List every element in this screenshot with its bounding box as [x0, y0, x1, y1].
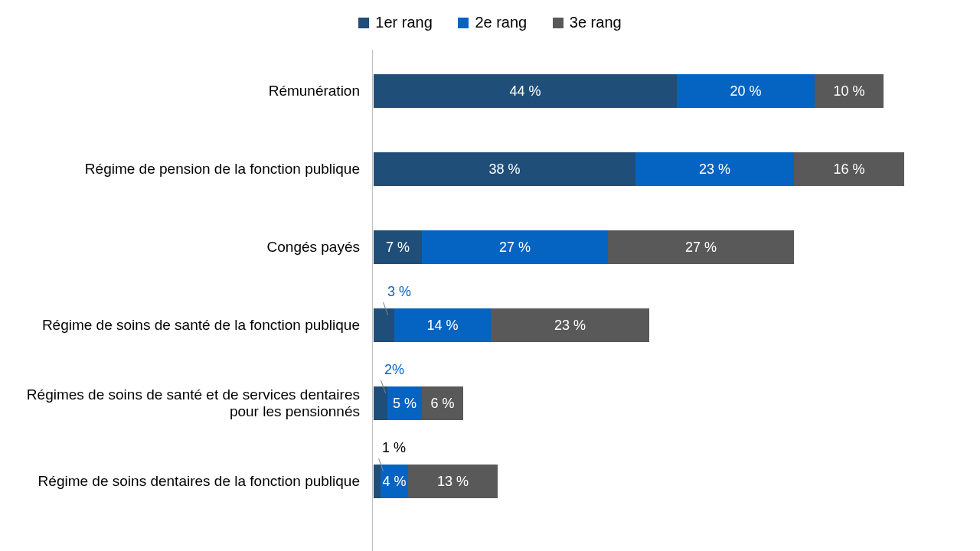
- data-label-callout: 3 %: [387, 284, 411, 300]
- bar-segment-rank2: 14 %: [394, 308, 491, 342]
- legend-label: 2e rang: [475, 14, 527, 31]
- legend-swatch-rank3: [553, 18, 564, 28]
- data-label: 14 %: [423, 318, 461, 334]
- category-label: Régime de soins de santé de la fonction …: [0, 307, 360, 344]
- legend-item-rank1: 1er rang: [358, 14, 433, 31]
- bar-row: Congés payés 7 % 27 % 27 %: [0, 230, 980, 264]
- data-label: 20 %: [727, 83, 764, 99]
- data-label: 27 %: [496, 240, 534, 256]
- bar-segment-rank1: 38 %: [374, 152, 635, 186]
- bar-group: 5 % 6 %: [374, 386, 463, 420]
- data-label: 27 %: [682, 240, 720, 256]
- data-label: 10 %: [830, 83, 867, 99]
- bar-group: 7 % 27 % 27 %: [374, 230, 794, 264]
- bar-segment-rank2: 20 %: [677, 74, 815, 108]
- bar-segment-rank3: 10 %: [815, 74, 884, 108]
- bar-segment-rank3: 13 %: [408, 465, 498, 498]
- category-label: Régimes de soins de santé et de services…: [0, 385, 360, 422]
- legend-label: 3e rang: [570, 14, 622, 31]
- bar-segment-rank2: 5 %: [387, 386, 422, 420]
- data-label: 38 %: [485, 161, 523, 178]
- bar-segment-rank2: 23 %: [635, 152, 794, 186]
- legend-swatch-rank1: [358, 18, 369, 28]
- category-label: Congés payés: [0, 230, 360, 264]
- bar-segment-rank3: 16 %: [794, 152, 904, 186]
- bar-row: Régimes de soins de santé et de services…: [0, 386, 980, 420]
- bar-segment-rank1: [374, 308, 394, 342]
- bar-row: Régime de soins de santé de la fonction …: [0, 308, 980, 342]
- bar-row: Régime de soins dentaires de la fonction…: [0, 465, 980, 498]
- bar-segment-rank1: 44 %: [374, 74, 677, 108]
- bar-segment-rank3: 23 %: [491, 308, 649, 342]
- bar-row: Rémunération 44 % 20 % 10 %: [0, 74, 980, 108]
- data-label: 16 %: [830, 161, 867, 178]
- legend-item-rank2: 2e rang: [458, 14, 527, 31]
- data-label: 4 %: [379, 474, 409, 490]
- bar-segment-rank2: 4 %: [381, 465, 408, 498]
- data-label: 13 %: [434, 474, 472, 490]
- chart-plot-area: Rémunération 44 % 20 % 10 % Régime de pe…: [0, 50, 980, 551]
- bar-segment-rank3: 27 %: [608, 230, 794, 264]
- bar-group: 44 % 20 % 10 %: [374, 74, 884, 108]
- bar-group: 4 % 13 %: [374, 465, 498, 498]
- bar-segment-rank2: 27 %: [422, 230, 608, 264]
- data-label: 5 %: [390, 396, 420, 412]
- bar-row: Régime de pension de la fonction publiqu…: [0, 152, 980, 186]
- bar-group: 14 % 23 %: [374, 308, 649, 342]
- data-label-callout: 2%: [384, 362, 404, 378]
- data-label: 6 %: [427, 396, 457, 412]
- bar-segment-rank1: 7 %: [374, 230, 422, 264]
- legend-item-rank3: 3e rang: [553, 14, 622, 31]
- data-label: 7 %: [383, 240, 413, 256]
- legend-swatch-rank2: [458, 18, 469, 28]
- bar-segment-rank3: 6 %: [422, 386, 463, 420]
- chart-legend: 1er rang 2e rang 3e rang: [0, 14, 980, 32]
- category-label: Régime de soins dentaires de la fonction…: [0, 463, 360, 500]
- category-label: Régime de pension de la fonction publiqu…: [0, 152, 360, 186]
- bar-group: 38 % 23 % 16 %: [374, 152, 904, 186]
- data-label: 23 %: [696, 161, 733, 178]
- legend-label: 1er rang: [375, 14, 433, 31]
- data-label-callout: 1 %: [382, 440, 406, 456]
- category-label: Rémunération: [0, 74, 360, 108]
- data-label: 44 %: [506, 83, 544, 99]
- data-label: 23 %: [551, 318, 589, 334]
